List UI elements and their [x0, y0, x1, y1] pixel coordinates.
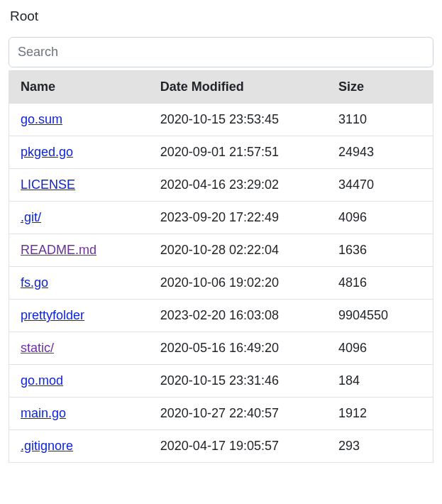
table-row: main.go2020-10-27 22:40:571912: [9, 398, 433, 430]
table-row: .gitignore2020-04-17 19:05:57293: [9, 430, 433, 463]
cell-size: 24943: [327, 136, 433, 169]
table-row: fs.go2020-10-06 19:02:204816: [9, 267, 433, 300]
file-link[interactable]: README.md: [21, 243, 96, 257]
table-header-row: Name Date Modified Size: [9, 71, 433, 104]
table-row: LICENSE2020-04-16 23:29:0234470: [9, 169, 433, 202]
table-row: go.sum2020-10-15 23:53:453110: [9, 104, 433, 136]
cell-name: .git/: [9, 202, 149, 234]
file-link[interactable]: .gitignore: [21, 439, 73, 453]
file-link[interactable]: fs.go: [21, 275, 48, 290]
cell-size: 4816: [327, 267, 433, 300]
cell-size: 34470: [327, 169, 433, 202]
file-link[interactable]: go.mod: [21, 373, 63, 388]
cell-size: 184: [327, 365, 433, 398]
cell-name: pkged.go: [9, 136, 149, 169]
cell-name: go.sum: [9, 104, 149, 136]
cell-name: LICENSE: [9, 169, 149, 202]
cell-date: 2020-10-28 02:22:04: [149, 234, 327, 267]
cell-size: 3110: [327, 104, 433, 136]
table-row: README.md2020-10-28 02:22:041636: [9, 234, 433, 267]
cell-date: 2020-10-15 23:31:46: [149, 365, 327, 398]
cell-date: 2023-02-20 16:03:08: [149, 300, 327, 332]
search-input[interactable]: [9, 37, 433, 67]
cell-name: fs.go: [9, 267, 149, 300]
cell-date: 2020-10-27 22:40:57: [149, 398, 327, 430]
cell-name: main.go: [9, 398, 149, 430]
file-link[interactable]: static/: [21, 341, 54, 355]
table-row: .git/2023-09-20 17:22:494096: [9, 202, 433, 234]
cell-date: 2020-04-17 19:05:57: [149, 430, 327, 463]
file-table: Name Date Modified Size go.sum2020-10-15…: [9, 70, 433, 463]
cell-date: 2020-10-06 19:02:20: [149, 267, 327, 300]
cell-date: 2020-05-16 16:49:20: [149, 332, 327, 365]
file-link[interactable]: main.go: [21, 406, 66, 420]
cell-size: 4096: [327, 202, 433, 234]
table-row: prettyfolder2023-02-20 16:03:089904550: [9, 300, 433, 332]
cell-name: prettyfolder: [9, 300, 149, 332]
table-row: static/2020-05-16 16:49:204096: [9, 332, 433, 365]
table-row: go.mod2020-10-15 23:31:46184: [9, 365, 433, 398]
cell-date: 2020-10-15 23:53:45: [149, 104, 327, 136]
cell-size: 1912: [327, 398, 433, 430]
cell-name: README.md: [9, 234, 149, 267]
cell-name: static/: [9, 332, 149, 365]
page-title: Root: [9, 9, 433, 24]
column-header-size[interactable]: Size: [327, 71, 433, 104]
cell-size: 1636: [327, 234, 433, 267]
file-link[interactable]: LICENSE: [21, 177, 75, 192]
cell-date: 2020-09-01 21:57:51: [149, 136, 327, 169]
cell-name: go.mod: [9, 365, 149, 398]
cell-date: 2023-09-20 17:22:49: [149, 202, 327, 234]
cell-name: .gitignore: [9, 430, 149, 463]
file-link[interactable]: prettyfolder: [21, 308, 84, 322]
table-row: pkged.go2020-09-01 21:57:5124943: [9, 136, 433, 169]
column-header-name[interactable]: Name: [9, 71, 149, 104]
file-link[interactable]: go.sum: [21, 112, 62, 126]
cell-date: 2020-04-16 23:29:02: [149, 169, 327, 202]
cell-size: 293: [327, 430, 433, 463]
column-header-date[interactable]: Date Modified: [149, 71, 327, 104]
file-link[interactable]: pkged.go: [21, 145, 73, 159]
file-link[interactable]: .git/: [21, 210, 41, 224]
cell-size: 4096: [327, 332, 433, 365]
cell-size: 9904550: [327, 300, 433, 332]
